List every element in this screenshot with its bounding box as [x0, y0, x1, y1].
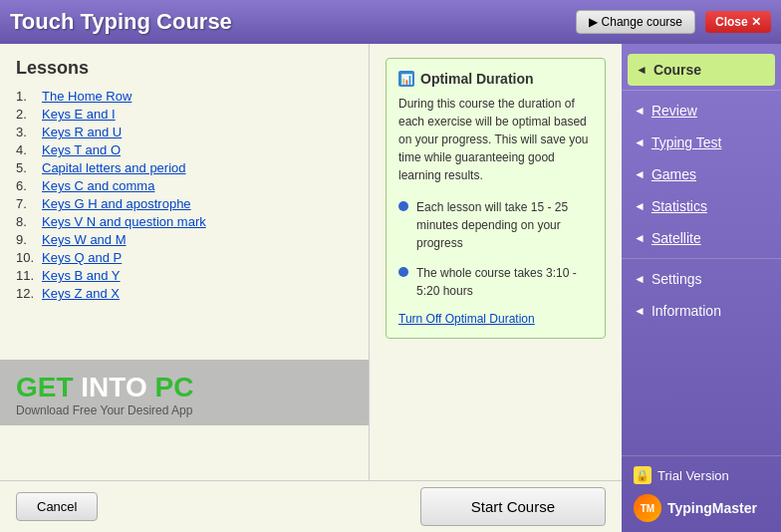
- bullet-1-text: Each lesson will take 15 - 25 minutes de…: [416, 198, 593, 252]
- list-item: 6. Keys C and comma: [16, 178, 353, 193]
- nav-item-settings[interactable]: ◄ Settings: [622, 263, 781, 295]
- nav-label-review: Review: [651, 103, 697, 119]
- lesson-link-11[interactable]: Keys B and Y: [42, 268, 121, 283]
- nav-item-typing-test[interactable]: ◄ Typing Test: [622, 127, 781, 158]
- watermark-title: GET INTO PC: [16, 372, 353, 403]
- lessons-title: Lessons: [16, 58, 353, 79]
- optimal-bullet-2: The whole course takes 3:10 - 5:20 hours: [398, 264, 593, 300]
- optimal-bullet-1: Each lesson will take 15 - 25 minutes de…: [398, 198, 593, 252]
- lesson-link-10[interactable]: Keys Q and P: [42, 250, 122, 265]
- lesson-num: 7.: [16, 196, 42, 211]
- lesson-num: 11.: [16, 268, 42, 283]
- nav-item-information[interactable]: ◄ Information: [622, 295, 781, 327]
- list-item: 3. Keys R and U: [16, 125, 353, 139]
- lesson-num: 6.: [16, 178, 42, 193]
- start-course-button[interactable]: Start Course: [420, 487, 606, 526]
- turn-off-link[interactable]: Turn Off Optimal Duration: [398, 312, 593, 326]
- lesson-link-8[interactable]: Keys V N and question mark: [42, 214, 206, 229]
- list-item: 9. Keys W and M: [16, 232, 353, 247]
- lesson-link-2[interactable]: Keys E and I: [42, 107, 116, 122]
- lesson-num: 9.: [16, 232, 42, 247]
- list-item: 11. Keys B and Y: [16, 268, 353, 283]
- nav-item-games[interactable]: ◄ Games: [622, 158, 781, 190]
- watermark-pc: PC: [147, 372, 194, 402]
- left-center-wrapper: Lessons 1. The Home Row 2. Keys E and I …: [0, 44, 622, 532]
- center-panel: 📊 Optimal Duration During this course th…: [369, 44, 622, 480]
- watermark-into: INTO: [81, 372, 146, 402]
- lesson-link-3[interactable]: Keys R and U: [42, 125, 122, 139]
- left-center-top: Lessons 1. The Home Row 2. Keys E and I …: [0, 44, 622, 480]
- list-item: 1. The Home Row: [16, 89, 353, 104]
- optimal-icon: 📊: [398, 71, 414, 87]
- change-course-button[interactable]: ▶ Change course: [576, 10, 695, 34]
- app-title: Touch Typing Course: [10, 9, 232, 35]
- lessons-panel: Lessons 1. The Home Row 2. Keys E and I …: [0, 44, 369, 480]
- watermark: GET INTO PC Download Free Your Desired A…: [0, 360, 369, 425]
- optimal-description: During this course the duration of each …: [398, 95, 593, 184]
- nav-label-games: Games: [651, 166, 696, 182]
- nav-label-satellite: Satellite: [651, 230, 701, 246]
- lesson-link-1[interactable]: The Home Row: [42, 89, 131, 104]
- trial-version: 🔒 Trial Version: [634, 466, 769, 484]
- typing-master-branding: TM TypingMaster: [634, 494, 769, 522]
- close-button[interactable]: Close ✕: [705, 11, 771, 33]
- trial-version-label: Trial Version: [657, 468, 729, 483]
- bullet-dot-icon: [398, 201, 408, 211]
- lesson-list: 1. The Home Row 2. Keys E and I 3. Keys …: [16, 89, 353, 301]
- right-nav-panel: ◄ Course ◄ Review ◄ Typing Test ◄ Games: [622, 44, 781, 532]
- nav-item-satellite[interactable]: ◄ Satellite: [622, 222, 781, 254]
- lesson-link-9[interactable]: Keys W and M: [42, 232, 127, 247]
- optimal-header: 📊 Optimal Duration: [398, 71, 593, 87]
- optimal-bullets: Each lesson will take 15 - 25 minutes de…: [398, 198, 593, 300]
- optimal-title: Optimal Duration: [420, 71, 534, 87]
- nav-arrow-icon: ◄: [634, 104, 646, 118]
- watermark-subtitle: Download Free Your Desired App: [16, 403, 353, 417]
- lesson-link-12[interactable]: Keys Z and X: [42, 286, 120, 301]
- nav-arrow-icon: ◄: [634, 231, 646, 245]
- nav-arrow-icon: ◄: [636, 63, 648, 77]
- list-item: 7. Keys G H and apostrophe: [16, 196, 353, 211]
- lesson-num: 4.: [16, 142, 42, 157]
- nav-label-course: Course: [653, 62, 701, 78]
- nav-item-review[interactable]: ◄ Review: [622, 95, 781, 127]
- typing-master-logo: TM: [634, 494, 661, 522]
- nav-bottom: 🔒 Trial Version TM TypingMaster: [622, 455, 781, 532]
- lesson-num: 12.: [16, 286, 42, 301]
- nav-arrow-icon: ◄: [634, 304, 646, 318]
- nav-divider: [622, 90, 781, 91]
- lesson-link-7[interactable]: Keys G H and apostrophe: [42, 196, 191, 211]
- lesson-num: 5.: [16, 160, 42, 175]
- lesson-link-6[interactable]: Keys C and comma: [42, 178, 154, 193]
- list-item: 4. Keys T and O: [16, 142, 353, 157]
- lesson-num: 10.: [16, 250, 42, 265]
- cancel-button[interactable]: Cancel: [16, 492, 98, 521]
- nav-divider: [622, 258, 781, 259]
- list-item: 2. Keys E and I: [16, 107, 353, 122]
- lesson-num: 8.: [16, 214, 42, 229]
- nav-section: ◄ Course ◄ Review ◄ Typing Test ◄ Games: [622, 44, 781, 455]
- nav-label-information: Information: [651, 303, 721, 319]
- nav-label-statistics: Statistics: [651, 198, 707, 214]
- optimal-duration-box: 📊 Optimal Duration During this course th…: [386, 58, 606, 339]
- list-item: 12. Keys Z and X: [16, 286, 353, 301]
- nav-arrow-icon: ◄: [634, 135, 646, 149]
- nav-label-settings: Settings: [651, 271, 702, 287]
- lesson-num: 3.: [16, 125, 42, 139]
- list-item: 10. Keys Q and P: [16, 250, 353, 265]
- lock-icon: 🔒: [634, 466, 651, 484]
- typing-master-label: TypingMaster: [667, 500, 757, 516]
- main-container: Lessons 1. The Home Row 2. Keys E and I …: [0, 44, 781, 532]
- nav-arrow-icon: ◄: [634, 167, 646, 181]
- title-bar: Touch Typing Course ▶ Change course Clos…: [0, 0, 781, 44]
- list-item: 8. Keys V N and question mark: [16, 214, 353, 229]
- nav-item-statistics[interactable]: ◄ Statistics: [622, 190, 781, 222]
- nav-item-course[interactable]: ◄ Course: [628, 54, 775, 86]
- lesson-link-4[interactable]: Keys T and O: [42, 142, 121, 157]
- nav-arrow-icon: ◄: [634, 272, 646, 286]
- lesson-link-5[interactable]: Capital letters and period: [42, 160, 186, 175]
- lesson-num: 1.: [16, 89, 42, 104]
- list-item: 5. Capital letters and period: [16, 160, 353, 175]
- bullet-dot-icon: [398, 267, 408, 277]
- bottom-action-bar: Cancel Start Course: [0, 480, 622, 532]
- watermark-get: GET: [16, 372, 81, 402]
